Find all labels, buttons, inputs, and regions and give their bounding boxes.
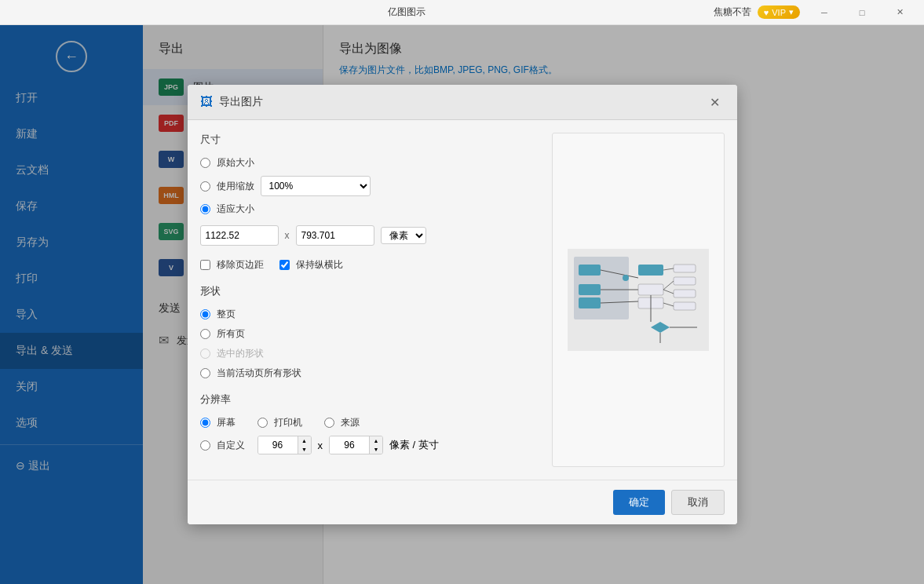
titlebar: 亿图图示 焦糖不苦 ♥ VIP ▾ ─ □ ✕	[0, 0, 924, 25]
dialog-body: 尺寸 原始大小 使用缩放 100%	[188, 120, 737, 480]
scale-select[interactable]: 100%	[261, 176, 371, 196]
shape-section-title: 形状	[200, 284, 539, 298]
res-printer-row: 打印机	[257, 416, 302, 429]
size-scale-label: 使用缩放	[217, 180, 254, 193]
size-fit-label: 适应大小	[217, 203, 254, 216]
preview-svg	[568, 249, 709, 351]
keep-ratio-row: 保持纵横比	[279, 258, 343, 272]
res-source-label: 来源	[341, 416, 360, 429]
dialog-preview-panel	[552, 133, 725, 467]
svg-rect-12	[674, 277, 696, 285]
dpi-x-spinner-btns: ▲ ▼	[298, 436, 311, 454]
export-image-dialog: 🖼 导出图片 ✕ 尺寸 原始大小	[188, 85, 737, 524]
close-button[interactable]: ✕	[882, 0, 918, 25]
size-fit-row: 适应大小	[200, 203, 539, 216]
unit-select[interactable]: 像素	[381, 227, 426, 244]
dpi-y-down-button[interactable]: ▼	[370, 445, 382, 454]
dpi-y-spinner: ▲ ▼	[329, 436, 383, 454]
shape-whole-radio[interactable]	[200, 309, 210, 319]
dpi-x-down-button[interactable]: ▼	[298, 445, 311, 454]
dialog-header: 🖼 导出图片 ✕	[188, 85, 737, 120]
app-title: 亿图图示	[100, 5, 714, 19]
svg-rect-13	[674, 290, 696, 297]
resolution-section: 分辨率 屏幕 打印机 来源	[200, 392, 539, 454]
username: 焦糖不苦	[714, 5, 751, 19]
dpi-separator: x	[318, 440, 323, 451]
width-input[interactable]	[200, 225, 279, 246]
confirm-button[interactable]: 确定	[613, 490, 665, 515]
shape-active-radio[interactable]	[200, 368, 210, 378]
shape-whole-label: 整页	[217, 308, 236, 321]
svg-rect-3	[579, 284, 601, 295]
size-radio-group: 原始大小 使用缩放 100% 适应大小	[200, 156, 539, 246]
res-custom-radio[interactable]	[200, 440, 210, 451]
shape-selected-row: 选中的形状	[200, 347, 539, 360]
svg-rect-2	[579, 265, 601, 276]
res-printer-label: 打印机	[274, 416, 302, 429]
size-fit-radio[interactable]	[200, 204, 210, 214]
res-custom-row: 自定义	[200, 439, 245, 452]
size-input-row: x 像素	[200, 225, 539, 246]
svg-rect-4	[579, 297, 601, 308]
dialog-footer: 确定 取消	[188, 480, 737, 524]
shape-selected-label: 选中的形状	[217, 347, 264, 360]
modal-overlay: 🖼 导出图片 ✕ 尺寸 原始大小	[0, 25, 924, 584]
remove-margin-checkbox[interactable]	[200, 260, 210, 270]
size-original-row: 原始大小	[200, 156, 539, 170]
dpi-unit-label: 像素 / 英寸	[389, 438, 439, 452]
size-original-label: 原始大小	[217, 156, 254, 170]
size-original-radio[interactable]	[200, 158, 210, 168]
dpi-y-spinner-btns: ▲ ▼	[369, 436, 382, 454]
dpi-y-input[interactable]	[330, 436, 369, 454]
svg-point-19	[623, 275, 629, 281]
height-input[interactable]	[296, 225, 374, 246]
heart-icon: ♥	[764, 8, 769, 17]
shape-whole-row: 整页	[200, 308, 539, 321]
keep-ratio-label: 保持纵横比	[296, 258, 343, 272]
svg-rect-11	[674, 265, 696, 272]
remove-margin-row: 移除页边距	[200, 258, 264, 272]
shape-radio-group: 整页 所有页 选中的形状 当前活动页所有形状	[200, 308, 539, 380]
res-custom-label: 自定义	[217, 439, 245, 452]
keep-ratio-checkbox[interactable]	[279, 260, 290, 270]
dpi-x-spinner: ▲ ▼	[257, 436, 312, 454]
maximize-button[interactable]: □	[844, 0, 880, 25]
dialog-image-icon: 🖼	[200, 95, 213, 109]
dialog-close-button[interactable]: ✕	[706, 93, 725, 111]
svg-rect-8	[638, 265, 663, 276]
svg-rect-14	[674, 302, 696, 310]
dpi-y-up-button[interactable]: ▲	[370, 436, 382, 445]
res-screen-label: 屏幕	[217, 416, 236, 429]
resolution-top-row: 屏幕 打印机 来源	[200, 416, 539, 429]
dialog-title: 导出图片	[219, 95, 263, 109]
res-source-radio[interactable]	[324, 418, 334, 428]
dpi-x-up-button[interactable]: ▲	[298, 436, 311, 445]
resolution-custom-row: 自定义 ▲ ▼ x ▲	[200, 436, 539, 454]
shape-selected-radio[interactable]	[200, 349, 210, 359]
shape-section: 形状 整页 所有页 选中的形状	[200, 284, 539, 380]
size-scale-radio[interactable]	[200, 181, 210, 192]
size-x-separator: x	[285, 230, 290, 241]
res-source-row: 来源	[324, 416, 360, 429]
resolution-section-title: 分辨率	[200, 392, 539, 407]
vip-label: VIP	[772, 8, 786, 17]
shape-all-row: 所有页	[200, 327, 539, 341]
shape-active-row: 当前活动页所有形状	[200, 367, 539, 380]
size-scale-row: 使用缩放 100%	[200, 176, 539, 196]
minimize-button[interactable]: ─	[806, 0, 842, 25]
shape-active-label: 当前活动页所有形状	[217, 367, 301, 380]
res-screen-radio[interactable]	[200, 418, 210, 428]
res-screen-row: 屏幕	[200, 416, 236, 429]
remove-margin-label: 移除页边距	[217, 258, 264, 272]
size-section-title: 尺寸	[200, 133, 539, 147]
res-printer-radio[interactable]	[257, 418, 268, 428]
shape-all-radio[interactable]	[200, 329, 210, 339]
size-section: 尺寸 原始大小 使用缩放 100%	[200, 133, 539, 272]
vip-badge[interactable]: ♥ VIP ▾	[758, 5, 800, 19]
dialog-left-panel: 尺寸 原始大小 使用缩放 100%	[200, 133, 539, 467]
dpi-x-input[interactable]	[258, 436, 298, 454]
svg-rect-9	[638, 284, 663, 295]
chevron-down-icon: ▾	[789, 7, 794, 17]
cancel-button[interactable]: 取消	[671, 490, 725, 515]
shape-all-label: 所有页	[217, 327, 245, 341]
